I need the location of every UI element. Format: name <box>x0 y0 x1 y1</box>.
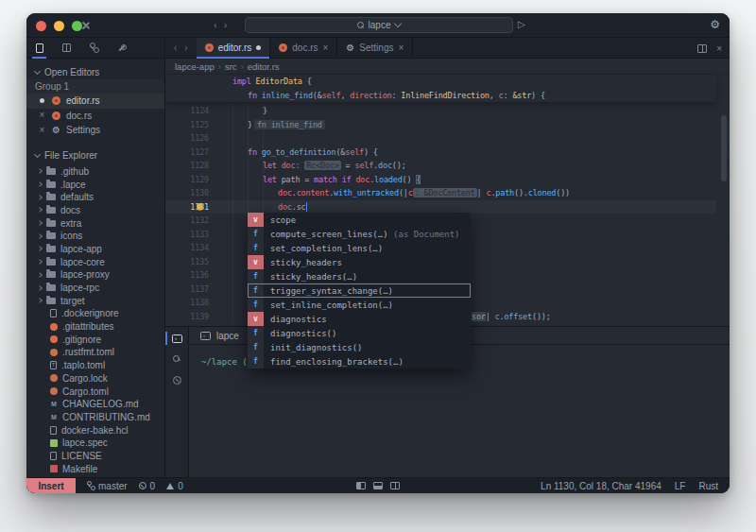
debug-icon[interactable] <box>115 38 128 59</box>
completion-item[interactable]: finit_diagnostics() <box>248 340 471 354</box>
breadcrumb[interactable]: lapce-app›src›editor.rs <box>165 59 730 75</box>
tab-doc.rs[interactable]: doc.rs× <box>270 38 337 58</box>
completion-item[interactable]: ffind_enclosing_brackets(…) <box>248 354 471 369</box>
tree-item-Makefile[interactable]: Makefile <box>26 462 164 475</box>
tree-item-Cargo.toml[interactable]: Cargo.toml <box>26 385 164 398</box>
breadcrumb-segment[interactable]: src <box>225 61 237 72</box>
tree-item-.lapce[interactable]: .lapce <box>26 178 164 191</box>
tree-item-CHANGELOG.md[interactable]: MCHANGELOG.md <box>26 398 164 411</box>
tree-item-.gitignore[interactable]: .gitignore <box>26 333 164 346</box>
completion-item[interactable]: ftrigger_syntax_change(…) <box>248 283 471 298</box>
back-button[interactable]: ‹ <box>214 17 217 33</box>
close-editor-icon[interactable]: × <box>716 43 722 54</box>
tree-item-.dockerignore[interactable]: .dockerignore <box>26 307 164 320</box>
lapce-window: ‹ › lapce ▷ ⚙ ‹ › editor.rsdoc.rs×⚙Setti… <box>26 13 730 493</box>
toggle-bottom-panel-icon[interactable] <box>373 482 383 489</box>
tree-item-docker-bake.hcl[interactable]: docker-bake.hcl <box>26 423 164 437</box>
tree-item-label: lapce-rpc <box>60 283 99 293</box>
breadcrumb-segment[interactable]: editor.rs <box>248 61 280 72</box>
code-line: doc.content.with_untracked(|c: &DocConte… <box>278 186 570 200</box>
git-file-icon <box>50 323 58 331</box>
completion-item[interactable]: fdiagnostics() <box>248 326 471 340</box>
tab-editor.rs[interactable]: editor.rs <box>197 38 271 58</box>
tree-item-target[interactable]: target <box>26 294 164 307</box>
tree-item-.taplo.toml[interactable]: T.taplo.toml <box>26 359 164 372</box>
warning-count[interactable]: 0 <box>166 481 183 491</box>
modal-mode-badge[interactable]: Insert <box>26 478 76 493</box>
remote-connection-icon[interactable] <box>81 21 91 30</box>
tree-item-label: .gitattributes <box>62 321 113 332</box>
completion-item[interactable]: fset_inline_completion(…) <box>248 298 471 312</box>
language-mode[interactable]: Rust <box>698 481 718 491</box>
open-editors-header[interactable]: Open Editors <box>26 64 164 79</box>
open-editor-editor.rs[interactable]: editor.rs <box>26 94 164 109</box>
editor-pane[interactable]: lapce-app›src›editor.rs impl EditorData … <box>165 59 730 477</box>
completion-item[interactable]: vscope <box>248 213 471 227</box>
explorer-icon[interactable] <box>33 38 45 59</box>
split-editor-icon[interactable] <box>697 44 707 53</box>
code-token: EditorData <box>256 77 302 86</box>
tree-item-.gitattributes[interactable]: .gitattributes <box>26 320 164 334</box>
git-branch-indicator[interactable]: master <box>87 481 128 491</box>
toggle-right-panel-icon[interactable] <box>390 482 400 489</box>
tree-item-lapce.spec[interactable]: lapce.spec <box>26 437 164 450</box>
completion-item[interactable]: vdiagnostics <box>248 312 471 326</box>
file-explorer-header[interactable]: File Explorer <box>26 148 164 163</box>
cursor-position[interactable]: Ln 1130, Col 18, Char 41964 <box>541 481 662 491</box>
tree-item-lapce-app[interactable]: lapce-app <box>26 243 164 256</box>
toggle-left-panel-icon[interactable] <box>356 482 366 489</box>
problems-panel-icon[interactable] <box>165 371 189 388</box>
close-tab-icon[interactable]: × <box>398 43 404 53</box>
editor-scrollbar[interactable] <box>721 115 727 181</box>
close-icon[interactable]: × <box>38 111 46 120</box>
tree-item-docs[interactable]: docs <box>26 204 164 217</box>
settings-gear-icon[interactable]: ⚙ <box>710 18 720 31</box>
tab-Settings[interactable]: ⚙Settings× <box>337 38 413 58</box>
forward-button[interactable]: › <box>224 17 228 33</box>
tree-item-defaults[interactable]: defaults <box>26 191 164 204</box>
source-control-icon[interactable] <box>88 38 100 59</box>
tree-item-lapce-rpc[interactable]: lapce-rpc <box>26 282 164 295</box>
tree-item-.github[interactable]: .github <box>26 165 164 179</box>
tree-item-Cargo.lock[interactable]: Cargo.lock <box>26 372 164 386</box>
close-icon[interactable]: × <box>38 126 46 135</box>
search-panel-icon[interactable] <box>165 351 189 368</box>
function-kind-icon: f <box>248 283 264 298</box>
tree-item-lapce-core[interactable]: lapce-core <box>26 255 164 268</box>
folder-icon <box>46 168 56 175</box>
modified-dot-icon[interactable] <box>38 98 46 103</box>
completion-item[interactable]: vsticky_headers <box>248 255 471 269</box>
minimize-window-button[interactable] <box>54 21 64 31</box>
lightbulb-icon[interactable] <box>197 203 203 210</box>
tab-prev-button[interactable]: ‹ <box>174 43 177 53</box>
open-editor-Settings[interactable]: ×⚙Settings <box>26 123 164 138</box>
completion-item[interactable]: fcompute_screen_lines(…) (as Document) <box>248 227 471 241</box>
completion-item[interactable]: fsticky_headers(…) <box>248 269 471 283</box>
code-token: offset <box>504 312 532 321</box>
tree-item-CONTRIBUTING.md[interactable]: MCONTRIBUTING.md <box>26 411 164 424</box>
code-line: doc.sc <box>278 200 307 215</box>
error-count[interactable]: 0 <box>139 481 156 491</box>
line-ending[interactable]: LF <box>675 481 686 491</box>
tree-item-LICENSE[interactable]: LICENSE <box>26 450 164 463</box>
code-token: () <box>403 175 417 184</box>
breadcrumb-segment[interactable]: lapce-app <box>175 61 215 72</box>
tree-item-lapce-proxy[interactable]: lapce-proxy <box>26 268 164 282</box>
editor-group-header: Group 1 <box>26 79 164 94</box>
fold-badge[interactable]: fn inline_find <box>254 120 325 129</box>
tab-next-button[interactable]: › <box>184 43 187 53</box>
tree-item-.rustfmt.toml[interactable]: .rustfmt.toml <box>26 346 164 359</box>
run-button[interactable]: ▷ <box>518 19 525 29</box>
completion-item[interactable]: fset_completion_lens(…) <box>248 241 471 255</box>
terminal-tab[interactable]: › lapce <box>189 327 250 344</box>
tree-item-icons[interactable]: icons <box>26 230 164 243</box>
code-token: , <box>340 91 350 100</box>
tree-item-extra[interactable]: extra <box>26 216 164 230</box>
plugin-icon[interactable] <box>60 38 73 59</box>
terminal-panel-icon[interactable]: › <box>165 330 189 347</box>
close-window-button[interactable] <box>36 21 46 31</box>
close-tab-icon[interactable]: × <box>323 43 329 53</box>
variable-kind-icon: v <box>248 255 264 269</box>
command-palette-search[interactable]: lapce <box>245 17 513 33</box>
open-editor-doc.rs[interactable]: ×doc.rs <box>26 109 164 124</box>
